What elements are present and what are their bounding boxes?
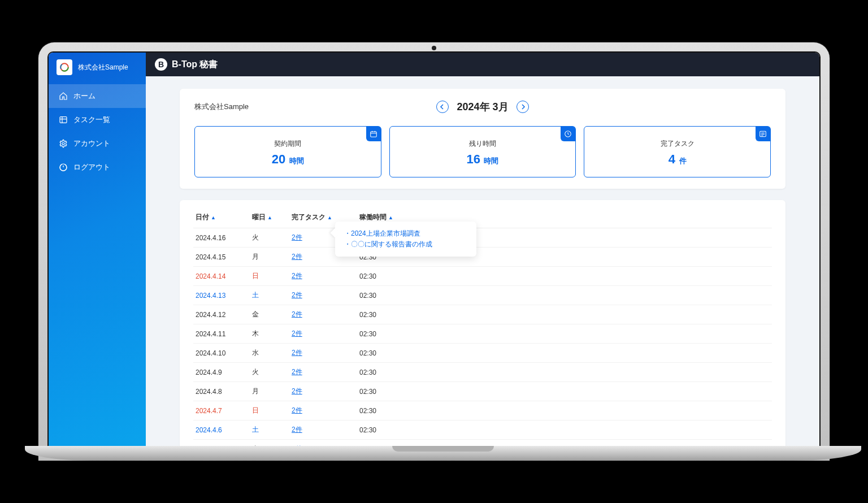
- cell-dow: 月: [250, 382, 289, 401]
- content-area: 株式会社Sample 2024年 3月 契約期間20 時間残り: [146, 76, 819, 447]
- summary-panel: 株式会社Sample 2024年 3月 契約期間20 時間残り: [180, 89, 785, 189]
- svg-point-6: [62, 142, 64, 145]
- stat-value: 20 時間: [195, 152, 381, 167]
- table-row: 2024.4.14日2件02:30: [193, 267, 772, 286]
- sidebar: 株式会社Sample ホームタスク一覧アカウントログアウト: [49, 53, 146, 447]
- cell-tasks: 2件: [289, 344, 357, 363]
- table-row: 2024.4.7日2件02:30: [193, 401, 772, 420]
- main: B B-Top 秘書 株式会社Sample 2024年 3月: [146, 53, 819, 447]
- company-name: 株式会社Sample: [78, 63, 128, 72]
- cell-date: 2024.4.7: [193, 401, 250, 420]
- cell-tasks: 2件: [289, 267, 357, 286]
- table-row: 2024.4.12金2件02:30: [193, 305, 772, 324]
- sort-icon: ▲: [388, 215, 393, 220]
- task-count-link[interactable]: 2件: [292, 368, 302, 376]
- clock-icon: [561, 127, 575, 141]
- app-screen: 株式会社Sample ホームタスク一覧アカウントログアウト B B-Top 秘書…: [47, 51, 821, 447]
- stat-value: 16 時間: [390, 152, 576, 167]
- table-row: 2024.4.9火2件02:30: [193, 363, 772, 382]
- period-prev-button[interactable]: [436, 101, 449, 113]
- cell-dow: 日: [250, 401, 289, 420]
- cell-tasks: 2件: [289, 382, 357, 401]
- table-panel: ・2024上場企業市場調査 ・〇〇に関する報告書の作成 日付▲ 曜日▲ 完了タス…: [180, 200, 785, 447]
- col-header-dow[interactable]: 曜日▲: [250, 208, 289, 228]
- cell-dow: 日: [250, 267, 289, 286]
- table-row: 2024.4.15月2件02:30: [193, 248, 772, 267]
- task-count-link[interactable]: 2件: [292, 272, 302, 280]
- task-count-link[interactable]: 2件: [292, 406, 302, 414]
- cell-dow: 金: [250, 305, 289, 324]
- list-icon: [756, 127, 770, 141]
- cell-date: 2024.4.11: [193, 324, 250, 344]
- cell-dow: 火: [250, 228, 289, 248]
- cell-date: 2024.4.12: [193, 305, 250, 324]
- laptop-camera: [432, 46, 436, 50]
- cell-date: 2024.4.14: [193, 267, 250, 286]
- task-count-link[interactable]: 2件: [292, 329, 302, 337]
- cell-hours: 02:30: [357, 382, 772, 401]
- stat-card-list: 完了タスク4 件: [584, 126, 771, 177]
- sidebar-item-logout[interactable]: ログアウト: [49, 155, 146, 179]
- company-logo: [57, 59, 72, 75]
- cell-dow: 木: [250, 324, 289, 344]
- laptop-base: [25, 446, 861, 461]
- cell-dow: 火: [250, 363, 289, 382]
- stat-row: 契約期間20 時間残り時間16 時間完了タスク4 件: [194, 126, 771, 177]
- stat-card-calendar: 契約期間20 時間: [194, 126, 381, 177]
- period-next-button[interactable]: [517, 101, 529, 113]
- task-count-link[interactable]: 2件: [292, 291, 302, 299]
- task-count-link[interactable]: 2件: [292, 253, 302, 261]
- stat-card-clock: 残り時間16 時間: [389, 126, 576, 177]
- cell-tasks: 2件: [289, 401, 357, 420]
- stat-title: 完了タスク: [584, 139, 770, 149]
- sort-icon: ▲: [211, 215, 216, 220]
- cell-hours: 02:30: [357, 420, 772, 440]
- svg-rect-8: [370, 132, 376, 137]
- sidebar-item-account[interactable]: アカウント: [49, 132, 146, 155]
- cell-hours: 02:30: [357, 363, 772, 382]
- task-count-link[interactable]: 2件: [292, 387, 302, 395]
- cell-date: 2024.4.10: [193, 344, 250, 363]
- task-tooltip: ・2024上場企業市場調査 ・〇〇に関する報告書の作成: [335, 222, 476, 257]
- cell-dow: 土: [250, 286, 289, 305]
- cell-dow: 土: [250, 420, 289, 440]
- topbar-logo-icon: B: [155, 58, 167, 71]
- task-count-link[interactable]: 2件: [292, 310, 302, 318]
- work-table: 日付▲ 曜日▲ 完了タスク▲ 稼働時間▲ 2024.4.16火2件2024.4.…: [193, 208, 772, 447]
- cell-tasks: 2件: [289, 305, 357, 324]
- cell-dow: 水: [250, 344, 289, 363]
- cell-date: 2024.4.16: [193, 228, 250, 248]
- company-block: 株式会社Sample: [49, 53, 146, 84]
- panel-header: 株式会社Sample 2024年 3月: [194, 100, 771, 114]
- table-row: 2024.4.6土2件02:30: [193, 420, 772, 440]
- period-selector: 2024年 3月: [436, 100, 528, 114]
- cell-tasks: 2件: [289, 420, 357, 440]
- logout-icon: [59, 163, 68, 172]
- task-list-icon: [59, 115, 68, 124]
- sidebar-item-label: タスク一覧: [73, 115, 110, 125]
- cell-dow: 月: [250, 248, 289, 267]
- cell-hours: 02:30: [357, 324, 772, 344]
- app-title: B-Top 秘書: [172, 59, 218, 71]
- cell-date: 2024.4.8: [193, 382, 250, 401]
- cell-date: 2024.4.13: [193, 286, 250, 305]
- table-row: 2024.4.8月2件02:30: [193, 382, 772, 401]
- stat-value: 4 件: [584, 152, 770, 167]
- table-row: 2024.4.11木2件02:30: [193, 324, 772, 344]
- account-icon: [59, 139, 68, 148]
- sidebar-item-home[interactable]: ホーム: [49, 84, 146, 108]
- cell-hours: 02:30: [357, 305, 772, 324]
- home-icon: [59, 92, 68, 101]
- task-count-link[interactable]: 2件: [292, 349, 302, 357]
- table-row: 2024.4.13土2件02:30: [193, 286, 772, 305]
- calendar-icon: [366, 127, 381, 141]
- cell-hours: 02:30: [357, 344, 772, 363]
- tooltip-item: ・〇〇に関する報告書の作成: [344, 239, 467, 250]
- cell-tasks: 2件: [289, 324, 357, 344]
- col-header-date[interactable]: 日付▲: [193, 208, 250, 228]
- sidebar-item-task-list[interactable]: タスク一覧: [49, 108, 146, 132]
- laptop-frame: 株式会社Sample ホームタスク一覧アカウントログアウト B B-Top 秘書…: [38, 42, 830, 461]
- task-count-link[interactable]: 2件: [292, 426, 302, 433]
- task-count-link[interactable]: 2件: [292, 233, 302, 241]
- svg-rect-3: [60, 117, 67, 123]
